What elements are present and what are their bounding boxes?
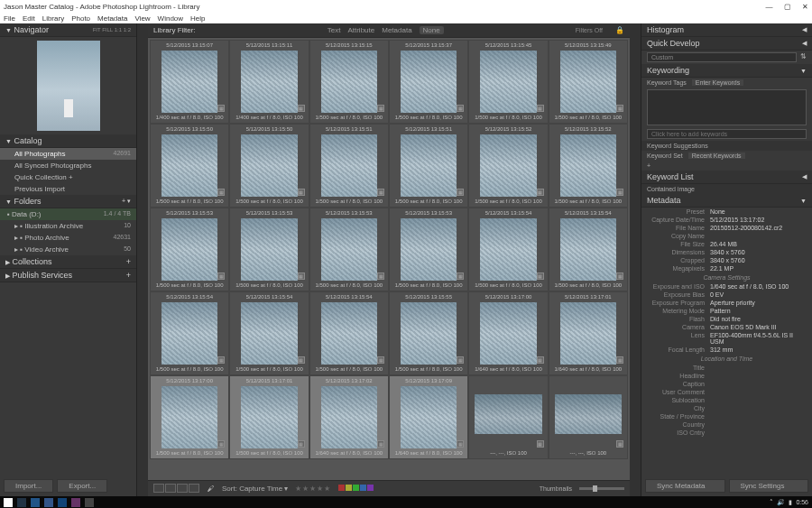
filter-none[interactable]: None — [420, 26, 444, 34]
filters-off-label[interactable]: Filters Off — [576, 27, 603, 33]
thumbnail-cell[interactable]: 5/12/2015 13:15:54▦1/500 sec at f / 8.0,… — [229, 291, 309, 375]
thumb-size-slider[interactable] — [579, 487, 624, 490]
taskbar-app-icon[interactable] — [17, 498, 26, 507]
volume-header[interactable]: ▪ Data (D:)1.4 / 4 TB — [0, 208, 136, 220]
thumbnail-cell[interactable]: 5/12/2015 13:15:54▦1/500 sec at f / 8.0,… — [309, 291, 389, 375]
thumbnail-cell[interactable]: 5/12/2015 13:15:55▦1/500 sec at f / 8.0,… — [389, 291, 468, 375]
loupe-view-icon[interactable] — [165, 484, 176, 493]
thumbnail-cell[interactable]: ▦---, ---, ISO 100 — [468, 375, 548, 459]
thumbnail-cell[interactable]: 5/12/2015 13:17:01▦1/640 sec at f / 8.0,… — [549, 291, 628, 375]
start-icon[interactable] — [4, 498, 13, 507]
thumbnail-cell[interactable]: ▦---, ---, ISO 100 — [549, 375, 628, 459]
quickdev-preset[interactable] — [647, 52, 797, 62]
add-keywords-input[interactable] — [647, 129, 807, 139]
metadata-row: Metering ModePattern — [641, 307, 812, 315]
catalog-all-photos[interactable]: All Photographs42691 — [0, 148, 136, 160]
thumbnail-cell[interactable]: 5/12/2015 13:15:50▦1/500 sec at f / 8.0,… — [150, 124, 229, 208]
thumbnail-cell[interactable]: 5/12/2015 13:15:54▦1/500 sec at f / 8.0,… — [549, 208, 628, 291]
maximize-icon[interactable]: ▢ — [784, 3, 791, 11]
taskbar-app-icon[interactable] — [85, 498, 94, 507]
keywordlist-header[interactable]: Keyword List ◀ — [641, 171, 812, 184]
menu-view[interactable]: View — [134, 14, 150, 23]
tray-chevron-icon[interactable]: ˄ — [770, 499, 773, 506]
folder-illustration[interactable]: ▸ ▪ Illustration Archive10 — [0, 220, 136, 232]
taskbar-app-icon[interactable] — [44, 498, 53, 507]
thumbnail-cell[interactable]: 5/12/2015 13:15:45▦1/500 sec at f / 8.0,… — [468, 40, 548, 124]
close-icon[interactable]: ✕ — [802, 3, 808, 11]
thumbnail-cell[interactable]: 5/12/2015 13:15:52▦1/500 sec at f / 8.0,… — [549, 124, 628, 208]
thumbnail-cell[interactable]: 5/12/2015 13:15:54▦1/500 sec at f / 8.0,… — [150, 291, 229, 375]
color-labels[interactable] — [338, 485, 374, 493]
menu-photo[interactable]: Photo — [71, 14, 90, 23]
menu-edit[interactable]: Edit — [23, 14, 35, 23]
folders-header[interactable]: ▼ Folders+ ▾ — [0, 195, 136, 208]
navigator-preview[interactable] — [0, 37, 136, 134]
menu-window[interactable]: Window — [158, 14, 183, 23]
thumbnail-cell[interactable]: 5/12/2015 13:15:53▦1/500 sec at f / 8.0,… — [309, 208, 389, 291]
thumbnail-cell[interactable]: 5/12/2015 13:15:53▦1/500 sec at f / 8.0,… — [389, 208, 468, 291]
thumbnail-cell[interactable]: 5/12/2015 13:15:50▦1/500 sec at f / 8.0,… — [229, 124, 309, 208]
catalog-header[interactable]: ▼ Catalog — [0, 134, 136, 148]
collections-header[interactable]: ▶ Collections+ — [0, 255, 136, 269]
metadata-preset[interactable]: None — [710, 208, 807, 215]
thumbnail-cell[interactable]: 5/12/2015 13:17:00▦1/500 sec at f / 8.0,… — [150, 375, 229, 459]
thumbnail-cell[interactable]: 5/12/2015 13:17:01▦1/500 sec at f / 8.0,… — [229, 375, 309, 459]
rating-stars[interactable]: ★★★★★ — [295, 485, 331, 493]
taskbar-app-icon[interactable] — [31, 498, 40, 507]
thumbnail-cell[interactable]: 5/12/2015 13:15:53▦1/500 sec at f / 8.0,… — [229, 208, 309, 291]
folder-photo[interactable]: ▸ ▪ Photo Archive42631 — [0, 232, 136, 244]
menu-file[interactable]: File — [4, 14, 15, 23]
thumbnail-cell[interactable]: 5/12/2015 13:15:51▦1/500 sec at f / 8.0,… — [389, 124, 468, 208]
minimize-icon[interactable]: — — [766, 3, 773, 11]
clock[interactable]: 0:56 — [796, 499, 808, 505]
filter-text[interactable]: Text — [328, 26, 341, 34]
volume-icon[interactable]: 🔊 — [777, 499, 785, 506]
keyword-suggestions[interactable]: Keyword Suggestions — [641, 141, 812, 151]
taskbar-app-icon[interactable] — [71, 498, 80, 507]
survey-view-icon[interactable] — [189, 484, 199, 493]
taskbar-app-icon[interactable] — [58, 498, 67, 507]
sync-metadata-button[interactable]: Sync Metadata — [645, 479, 725, 493]
catalog-previous[interactable]: Previous Import — [0, 183, 136, 195]
chevron-icon[interactable]: ⇅ — [800, 52, 807, 62]
catalog-quick[interactable]: Quick Collection + — [0, 171, 136, 183]
import-button[interactable]: Import... — [4, 479, 53, 493]
thumbnail-cell[interactable]: 5/12/2015 13:17:09▦1/640 sec at f / 8.0,… — [389, 375, 468, 459]
metadata-header[interactable]: Metadata ▼ — [641, 194, 812, 208]
thumbnail-cell[interactable]: 5/12/2015 13:17:00▦1/640 sec at f / 8.0,… — [468, 291, 548, 375]
painter-icon[interactable]: 🖌 — [208, 485, 215, 493]
menu-help[interactable]: Help — [190, 14, 205, 23]
menu-metadata[interactable]: Metadata — [97, 14, 127, 23]
quickdev-header[interactable]: Quick Develop ◀ — [641, 37, 812, 51]
keyword-mode[interactable]: Enter Keywords — [692, 79, 743, 86]
compare-view-icon[interactable] — [177, 484, 188, 493]
thumbnail-cell[interactable]: 5/12/2015 13:17:02▦1/640 sec at f / 8.0,… — [309, 375, 389, 459]
thumbnail-cell[interactable]: 5/12/2015 13:15:51▦1/500 sec at f / 8.0,… — [309, 124, 389, 208]
thumbnail-cell[interactable]: 5/12/2015 13:15:07▦1/400 sec at f / 8.0,… — [150, 40, 229, 124]
metadata-row: Megapixels22.1 MP — [641, 264, 812, 272]
library-filter-bar: Library Filter: Text Attribute Metadata … — [148, 23, 630, 38]
filter-attribute[interactable]: Attribute — [347, 26, 374, 34]
menu-library[interactable]: Library — [42, 14, 64, 23]
keyword-textarea[interactable] — [647, 89, 807, 125]
thumbnail-cell[interactable]: 5/12/2015 13:15:49▦1/500 sec at f / 8.0,… — [549, 40, 628, 124]
thumbnail-cell[interactable]: 5/12/2015 13:15:11▦1/400 sec at f / 8.0,… — [229, 40, 309, 124]
export-button[interactable]: Export... — [57, 479, 107, 493]
catalog-synced[interactable]: All Synced Photographs — [0, 160, 136, 171]
thumbnail-cell[interactable]: 5/12/2015 13:15:54▦1/500 sec at f / 8.0,… — [468, 208, 548, 291]
sort-field[interactable]: Capture Time — [239, 485, 282, 493]
sync-settings-button[interactable]: Sync Settings — [729, 479, 809, 493]
histogram-header[interactable]: Histogram ◀ — [641, 23, 812, 37]
thumbnail-cell[interactable]: 5/12/2015 13:15:52▦1/500 sec at f / 8.0,… — [468, 124, 548, 208]
network-icon[interactable]: ▮ — [789, 499, 792, 506]
publish-header[interactable]: ▶ Publish Services+ — [0, 269, 136, 282]
grid-view-icon[interactable] — [153, 484, 164, 493]
thumbnail-cell[interactable]: 5/12/2015 13:15:53▦1/500 sec at f / 8.0,… — [150, 208, 229, 291]
navigator-header[interactable]: ▼ Navigator FIT FILL 1:1 1:2 — [0, 23, 136, 37]
filter-metadata[interactable]: Metadata — [382, 26, 411, 34]
keywording-header[interactable]: Keywording ▼ — [641, 64, 812, 78]
folder-video[interactable]: ▸ ▪ Video Archive50 — [0, 244, 136, 255]
thumbnail-cell[interactable]: 5/12/2015 13:15:15▦1/500 sec at f / 8.0,… — [309, 40, 389, 124]
lock-icon[interactable]: 🔒 — [615, 26, 624, 34]
thumbnail-cell[interactable]: 5/12/2015 13:15:37▦1/500 sec at f / 8.0,… — [389, 40, 468, 124]
